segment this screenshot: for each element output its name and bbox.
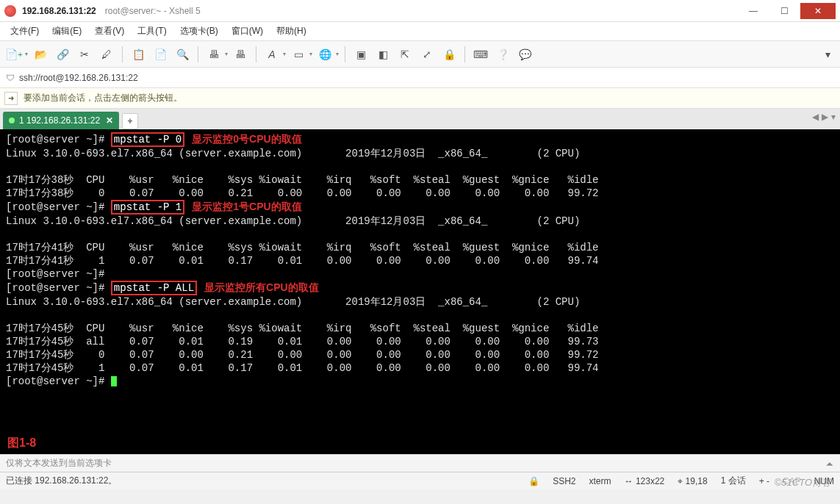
send-bar[interactable]: 仅将文本发送到当前选项卡 ⏶: [0, 454, 840, 472]
statusbar: 已连接 192.168.26.131:22。 🔒 SSH2 xterm ↔ 12…: [0, 472, 840, 489]
separator: [464, 46, 465, 62]
term-line: Linux 3.10.0-693.el7.x86_64 (server.exam…: [6, 296, 580, 308]
dropdown-icon[interactable]: ▾: [25, 51, 28, 57]
figure-label: 图1-8: [7, 436, 36, 450]
add-session-arrow-button[interactable]: ➜: [4, 92, 18, 105]
status-size: ↔ 123x22: [625, 476, 665, 486]
search-icon[interactable]: 🔍: [173, 45, 192, 64]
menu-view[interactable]: 查看(V): [92, 24, 127, 39]
print-options-icon[interactable]: 🖶: [231, 45, 250, 64]
term-line: [root@server ~]# mpstat -P 0显示监控0号CPU的取值: [6, 134, 302, 145]
term-line: 17时17分45秒 all 0.07 0.01 0.19 0.01 0.00 0…: [6, 336, 599, 348]
term-line: 17时17分38秒 CPU %usr %nice %sys %iowait %i…: [6, 174, 599, 186]
status-connection: 已连接 192.168.26.131:22。: [6, 475, 117, 487]
term-line: 17时17分41秒 CPU %usr %nice %sys %iowait %i…: [6, 242, 599, 253]
session-tab[interactable]: 1 192.168.26.131:22 ✕: [3, 112, 119, 129]
disconnect-icon[interactable]: ✂: [75, 45, 94, 64]
connect-icon[interactable]: 🔗: [53, 45, 72, 64]
term-line: 17时17分45秒 0 0.07 0.00 0.21 0.00 0.00 0.0…: [6, 349, 599, 361]
toolbar: 📄+▾ 📂 🔗 ✂ 🖊 📋 📄 🔍 🖶▾ 🖶 A▾ ▭▾ 🌐▾ ▣ ◧ ⇱ ⤢ …: [0, 41, 840, 68]
minimize-button[interactable]: —: [739, 3, 768, 19]
properties-icon[interactable]: 🖊: [97, 45, 116, 64]
always-on-top-icon[interactable]: ⇱: [395, 45, 414, 64]
folder-open-icon[interactable]: 📂: [31, 45, 50, 64]
dropdown-icon[interactable]: ▾: [309, 51, 312, 57]
title-path: root@server:~ - Xshell 5: [105, 6, 201, 16]
new-tab-button[interactable]: +: [122, 113, 138, 129]
status-protocol: SSH2: [553, 476, 575, 486]
copy-icon[interactable]: 📋: [129, 45, 148, 64]
encoding-icon[interactable]: 🌐: [315, 45, 334, 64]
toggle-broadcast-icon[interactable]: ⤢: [417, 45, 437, 64]
term-line: Linux 3.10.0-693.el7.x86_64 (server.exam…: [6, 148, 580, 159]
font-icon[interactable]: A: [262, 45, 281, 64]
dropdown-icon[interactable]: ▾: [225, 51, 228, 57]
term-line: 17时17分45秒 1 0.07 0.01 0.17 0.01 0.00 0.0…: [6, 362, 599, 374]
term-line: [root@server ~]#: [6, 268, 111, 280]
menu-window[interactable]: 窗口(W): [229, 24, 266, 39]
status-dot-icon: [9, 118, 15, 123]
lock-icon[interactable]: 🔒: [439, 45, 459, 64]
term-line: [root@server ~]# mpstat -P 1显示监控1号CPU的取值: [6, 201, 302, 213]
annotation: 显示监控1号CPU的取值: [192, 201, 301, 212]
print-icon[interactable]: 🖶: [204, 45, 223, 64]
separator: [198, 46, 198, 62]
term-line: 17时17分45秒 CPU %usr %nice %sys %iowait %i…: [6, 323, 599, 334]
send-bar-placeholder: 仅将文本发送到当前选项卡: [6, 457, 112, 469]
status-session-controls[interactable]: + -: [759, 476, 769, 486]
infobar-text: 要添加当前会话，点击左侧的箭头按钮。: [24, 92, 182, 104]
dropdown-icon[interactable]: ▾: [336, 51, 339, 57]
menubar: 文件(F) 编辑(E) 查看(V) 工具(T) 选项卡(B) 窗口(W) 帮助(…: [0, 22, 840, 41]
toolbar-toggle-icon[interactable]: ▾: [818, 45, 837, 64]
terminal[interactable]: [root@server ~]# mpstat -P 0显示监控0号CPU的取值…: [0, 129, 840, 454]
tab-nav-menu-icon[interactable]: ▾: [831, 112, 836, 122]
tabstrip: 1 192.168.26.131:22 ✕ + ◀ ▶ ▾: [0, 109, 840, 129]
term-line: [root@server ~]#: [6, 375, 117, 387]
pos-icon: ⌖: [678, 476, 683, 486]
menu-file[interactable]: 文件(F): [7, 24, 42, 39]
highlighted-command: mpstat -P ALL: [111, 281, 197, 295]
dropdown-icon[interactable]: ▾: [283, 51, 286, 57]
annotation: 显示监控0号CPU的取值: [192, 133, 301, 145]
close-button[interactable]: ✕: [800, 3, 836, 19]
infobar: ➜ 要添加当前会话，点击左侧的箭头按钮。: [0, 88, 840, 109]
new-session-icon[interactable]: 📄+: [4, 45, 24, 64]
status-term-type: xterm: [589, 476, 611, 486]
term-line: 17时17分41秒 1 0.07 0.01 0.17 0.01 0.00 0.0…: [6, 255, 599, 267]
highlighted-command: mpstat -P 0: [111, 132, 184, 147]
size-icon: ↔: [625, 476, 633, 486]
annotation: 显示监控所有CPU的取值: [204, 281, 319, 293]
compose-bar-icon[interactable]: 💬: [515, 45, 534, 64]
separator: [256, 46, 256, 62]
title-ip: 192.168.26.131:22: [22, 6, 96, 16]
help-icon[interactable]: ❔: [493, 45, 512, 64]
highlighted-command: mpstat -P 1: [111, 200, 184, 215]
menu-help[interactable]: 帮助(H): [273, 24, 309, 39]
tab-nav-right-icon[interactable]: ▶: [822, 112, 828, 122]
menu-tabs[interactable]: 选项卡(B): [177, 24, 221, 39]
status-lock-icon: 🔒: [528, 476, 539, 486]
maximize-button[interactable]: ☐: [769, 3, 799, 19]
cursor-icon: [111, 376, 117, 386]
status-sessions: 1 会话: [721, 475, 746, 487]
tab-nav-left-icon[interactable]: ◀: [812, 112, 819, 122]
term-line: Linux 3.10.0-693.el7.x86_64 (server.exam…: [6, 215, 580, 227]
transparency-icon[interactable]: ◧: [373, 45, 392, 64]
tab-label: 1 192.168.26.131:22: [19, 115, 100, 126]
color-scheme-icon[interactable]: ▭: [289, 45, 308, 64]
menu-edit[interactable]: 编辑(E): [49, 24, 85, 39]
status-num: NUM: [814, 476, 834, 486]
separator: [122, 46, 123, 62]
addressbar: 🛡: [0, 68, 840, 88]
fullscreen-icon[interactable]: ▣: [351, 45, 370, 64]
send-bar-toggle-icon[interactable]: ⏶: [825, 458, 834, 469]
window-titlebar: 192.168.26.131:22 root@server:~ - Xshell…: [0, 0, 840, 22]
address-lock-icon: 🛡: [6, 73, 15, 83]
term-line: [root@server ~]# mpstat -P ALL显示监控所有CPU的…: [6, 282, 319, 294]
address-input[interactable]: [19, 73, 834, 83]
paste-icon[interactable]: 📄: [151, 45, 170, 64]
term-line: 17时17分38秒 0 0.07 0.00 0.21 0.00 0.00 0.0…: [6, 187, 599, 199]
menu-tools[interactable]: 工具(T): [134, 24, 169, 39]
tab-close-button[interactable]: ✕: [106, 115, 113, 126]
keyboard-icon[interactable]: ⌨: [471, 45, 490, 64]
